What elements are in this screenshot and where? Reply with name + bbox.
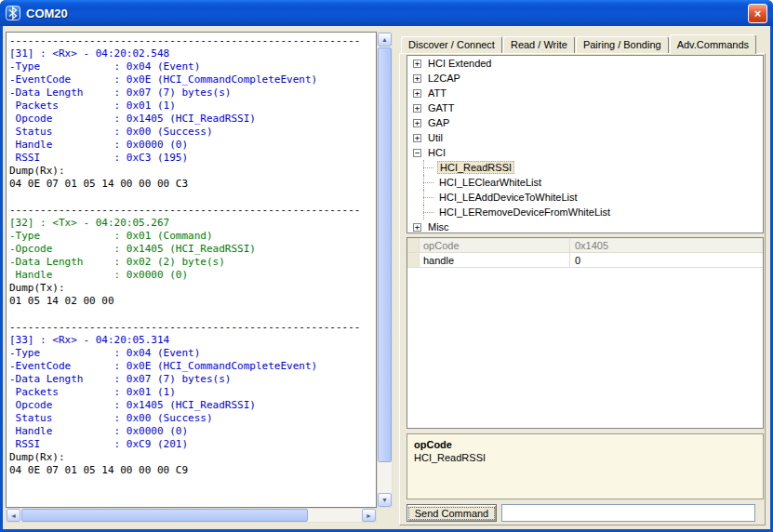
property-grid[interactable]: opCode0x1405handle0 <box>406 237 764 429</box>
property-grid-rows: opCode0x1405handle0 <box>407 238 763 268</box>
expand-icon[interactable]: + <box>413 104 421 113</box>
tree-item-hci-extended[interactable]: +HCI Extended <box>407 56 763 71</box>
log-line: -Data Length : 0x02 (2) byte(s) <box>9 256 373 269</box>
scroll-up-icon[interactable]: ▲ <box>378 33 392 47</box>
window-title: COM20 <box>26 7 748 20</box>
log-line <box>9 191 373 204</box>
tree-item-att[interactable]: +ATT <box>407 86 763 100</box>
tree-item-util[interactable]: +Util <box>407 130 763 145</box>
log-line: -Type : 0x04 (Event) <box>9 60 373 73</box>
help-text: HCI_ReadRSSI <box>407 451 763 464</box>
tree-item-label[interactable]: HCI_ReadRSSI <box>437 161 514 174</box>
scroll-left-icon[interactable]: ◄ <box>7 509 20 522</box>
app-window: COM20 × --------------------------------… <box>0 0 773 532</box>
log-horizontal-scrollbar[interactable]: ◄ ► <box>6 508 377 523</box>
log-line: Status : 0x00 (Success) <box>9 126 373 139</box>
send-command-button[interactable]: Send Command <box>406 504 497 522</box>
close-button[interactable]: × <box>748 4 767 23</box>
log-line: -Type : 0x01 (Command) <box>9 230 373 243</box>
property-name: handle <box>420 253 570 267</box>
tree-item-label[interactable]: HCI_LERemoveDeviceFromWhiteList <box>437 206 612 219</box>
log-line: ----------------------------------------… <box>9 204 373 217</box>
expand-icon[interactable]: + <box>413 74 421 83</box>
log-line: Opcode : 0x1405 (HCI_ReadRSSI) <box>9 113 373 126</box>
log-line: Handle : 0x0000 (0) <box>9 425 373 438</box>
log-line: RSSI : 0xC9 (201) <box>9 438 373 451</box>
tab-read-write[interactable]: Read / Write <box>503 36 575 53</box>
property-row-handle[interactable]: handle0 <box>407 253 763 268</box>
tree-item-label[interactable]: HCI Extended <box>426 57 493 70</box>
tree-connector <box>413 175 437 190</box>
tree-item-label[interactable]: HCI_LEClearWhiteList <box>437 176 543 189</box>
log-line: Dump(Rx): <box>9 165 373 178</box>
tree-item-gap[interactable]: +GAP <box>407 115 763 130</box>
scroll-down-icon[interactable]: ▼ <box>378 493 392 507</box>
log-line: [33] : <Rx> - 04:20:05.314 <box>9 334 373 347</box>
tree-item-label[interactable]: Misc <box>426 220 451 233</box>
property-value[interactable]: 0x1405 <box>570 238 763 252</box>
expand-icon[interactable]: + <box>413 89 421 98</box>
property-gutter <box>407 253 420 267</box>
collapse-icon[interactable]: − <box>413 149 421 157</box>
log-line: Handle : 0x0000 (0) <box>9 269 373 282</box>
tree-item-label[interactable]: L2CAP <box>426 72 462 85</box>
log-line: -EventCode : 0x0E (HCI_CommandCompleteEv… <box>9 73 373 86</box>
log-line: Opcode : 0x1405 (HCI_ReadRSSI) <box>9 399 373 412</box>
tab-discover-connect[interactable]: Discover / Connect <box>401 36 502 53</box>
log-line: [32] : <Tx> - 04:20:05.267 <box>9 217 373 230</box>
tree-item-hci-leadddevicetowhitelist[interactable]: HCI_LEAddDeviceToWhiteList <box>407 190 763 205</box>
send-command-label: Send Command <box>408 507 496 520</box>
log-line: ----------------------------------------… <box>9 321 373 334</box>
log-line: Status : 0x00 (Success) <box>9 412 373 425</box>
log-line: -Data Length : 0x07 (7) bytes(s) <box>9 373 373 386</box>
property-name: opCode <box>420 238 570 252</box>
expand-icon[interactable]: + <box>413 223 421 232</box>
tree-item-misc[interactable]: +Misc <box>407 219 763 233</box>
command-tree[interactable]: +HCI Extended+L2CAP+ATT+GATT+GAP+Util−HC… <box>406 55 764 233</box>
tab-bar: Discover / ConnectRead / WritePairing / … <box>401 33 757 53</box>
tree-item-label[interactable]: GAP <box>426 116 451 129</box>
titlebar[interactable]: COM20 × <box>0 0 773 26</box>
log-line: 01 05 14 02 00 00 <box>9 295 373 308</box>
log-line: -EventCode : 0x0E (HCI_CommandCompleteEv… <box>9 360 373 373</box>
tree-connector <box>413 160 437 175</box>
expand-icon[interactable]: + <box>413 134 421 142</box>
tree-item-label[interactable]: GATT <box>426 101 457 114</box>
tree-item-label[interactable]: Util <box>426 131 445 144</box>
vertical-scroll-thumb[interactable] <box>378 47 392 462</box>
tree-item-hci[interactable]: −HCI <box>407 145 763 160</box>
log-line: Dump(Rx): <box>9 451 373 464</box>
tree-item-l2cap[interactable]: +L2CAP <box>407 71 763 86</box>
command-input[interactable] <box>501 504 755 522</box>
log-line: Handle : 0x0000 (0) <box>9 139 373 152</box>
tab-adv-commands[interactable]: Adv.Commands <box>670 34 756 54</box>
expand-icon[interactable]: + <box>413 119 421 127</box>
tree-connector <box>413 205 437 219</box>
tree-item-label[interactable]: HCI <box>426 146 447 159</box>
scroll-right-icon[interactable]: ► <box>362 509 376 522</box>
log-line: [31] : <Rx> - 04:20:02.548 <box>9 47 373 60</box>
log-line: RSSI : 0xC3 (195) <box>9 152 373 165</box>
tree-item-label[interactable]: ATT <box>426 86 448 100</box>
tab-pairing-bonding[interactable]: Pairing / Bonding <box>576 36 669 53</box>
log-line: -Opcode : 0x1405 (HCI_ReadRSSI) <box>9 243 373 256</box>
log-line: ----------------------------------------… <box>9 34 373 47</box>
expand-icon[interactable]: + <box>413 60 421 68</box>
horizontal-scroll-thumb[interactable] <box>21 509 308 522</box>
property-value[interactable]: 0 <box>570 253 763 267</box>
log-line: 04 0E 07 01 05 14 00 00 00 C3 <box>9 178 373 191</box>
tree-item-label[interactable]: HCI_LEAddDeviceToWhiteList <box>437 191 580 204</box>
log-line: Dump(Tx): <box>9 282 373 295</box>
property-gutter <box>407 238 420 252</box>
tree-item-gatt[interactable]: +GATT <box>407 100 763 115</box>
log-area[interactable]: ----------------------------------------… <box>6 32 377 508</box>
log-line: Packets : 0x01 (1) <box>9 386 373 399</box>
tree-connector <box>413 190 437 205</box>
property-row-opcode[interactable]: opCode0x1405 <box>407 238 763 253</box>
help-title: opCode <box>407 434 763 451</box>
tree-item-hci-readrssi[interactable]: HCI_ReadRSSI <box>407 160 763 175</box>
log-line: -Data Length : 0x07 (7) bytes(s) <box>9 86 373 100</box>
tree-item-hci-leclearwhitelist[interactable]: HCI_LEClearWhiteList <box>407 175 763 190</box>
log-vertical-scrollbar[interactable]: ▲ ▼ <box>377 32 393 508</box>
tree-item-hci-leremovedevicefromwhitelist[interactable]: HCI_LERemoveDeviceFromWhiteList <box>407 205 763 219</box>
